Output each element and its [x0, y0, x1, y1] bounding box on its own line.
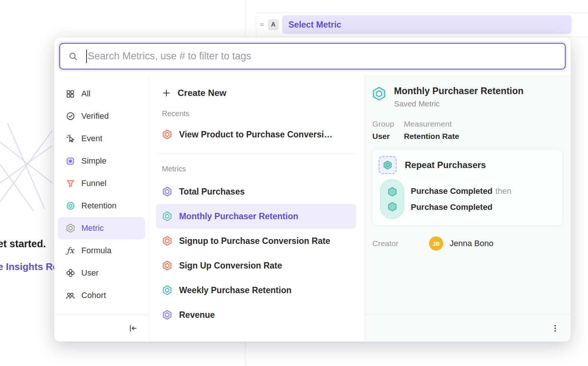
definition-hex-icon	[379, 156, 397, 174]
sidebar-item-label: Funnel	[81, 179, 106, 188]
collapse-sidebar-button[interactable]	[128, 323, 138, 333]
step-hex-icon	[387, 187, 397, 197]
search-area	[54, 37, 571, 75]
funnel-metric-hex-icon	[162, 236, 172, 246]
metric-list-item[interactable]: Signup to Purchase Conversion Rate	[156, 229, 356, 253]
sidebar-item-label: Simple	[81, 156, 106, 166]
creator-avatar: JB	[429, 236, 443, 251]
retention-metric-hex-icon	[162, 285, 172, 295]
metric-label: Sign Up Conversion Rate	[179, 261, 282, 271]
sidebar-item-cohort[interactable]: Cohort	[58, 284, 145, 307]
metric-label: Monthly Purchaser Retention	[179, 211, 298, 221]
metric-list-item[interactable]: Sign Up Conversion Rate	[156, 253, 356, 278]
metric-label: Weekly Purchase Retention	[179, 285, 291, 295]
drag-handle-icon[interactable]	[259, 22, 265, 28]
section-divider	[156, 153, 356, 153]
grid-icon	[65, 89, 75, 99]
retention-metric-icon	[65, 201, 75, 211]
funnel-metric-hex-icon	[162, 260, 172, 271]
definition-step-2: Purchase Completed	[411, 202, 512, 212]
metric-label: Revenue	[179, 310, 215, 320]
metric-label: Signup to Purchase Conversion Rate	[179, 236, 330, 246]
funnel-metric-icon	[65, 179, 75, 189]
sidebar-item-label: Retention	[81, 201, 116, 211]
creator-label: Creator	[372, 239, 429, 248]
metric-picker-modal: All Verified Event	[54, 37, 571, 342]
metric-list-item[interactable]: Revenue	[156, 303, 356, 327]
funnel-metric-hex-icon	[162, 129, 172, 140]
sidebar-item-user[interactable]: User	[58, 262, 145, 284]
definition-step-1: Purchase Completedthen	[411, 186, 512, 196]
retention-metric-hex-icon	[162, 211, 172, 221]
sidebar-item-simple[interactable]: Simple	[58, 150, 145, 172]
sidebar-item-label: Cohort	[81, 291, 106, 300]
verified-badge-icon	[65, 111, 75, 121]
filter-sidebar: All Verified Event	[54, 75, 149, 342]
preview-title: Monthly Purchaser Retention	[394, 86, 523, 96]
metric-list-item[interactable]: Total Purchases	[156, 179, 356, 204]
create-new-button[interactable]: Create New	[162, 84, 356, 102]
sidebar-item-label: Formula	[81, 246, 112, 255]
cohort-people-icon	[65, 291, 75, 301]
event-cursor-icon	[65, 134, 75, 144]
create-new-label: Create New	[178, 88, 226, 98]
background-chart-decoration	[0, 123, 56, 217]
metric-list-column: Create New Recents View Product to Purch…	[149, 75, 365, 342]
simple-metric-hex-icon	[162, 186, 172, 197]
preview-footer	[365, 314, 571, 342]
sidebar-item-label: Verified	[81, 111, 109, 121]
definition-title: Repeat Purchasers	[405, 160, 486, 170]
recent-metric-label: View Product to Purchase Conversi…	[179, 130, 332, 140]
search-input[interactable]	[88, 50, 557, 62]
sidebar-item-label: Metric	[81, 223, 104, 233]
metric-definition-card: Repeat Purchasers	[372, 149, 563, 226]
more-options-button[interactable]	[551, 324, 560, 333]
sidebar-item-verified[interactable]: Verified	[58, 105, 145, 127]
metric-list-item[interactable]: Weekly Purchase Retention	[156, 278, 356, 303]
sidebar-item-funnel[interactable]: Funnel	[58, 172, 145, 195]
sidebar-item-label: Event	[81, 134, 102, 143]
metric-list-item-selected[interactable]: Monthly Purchaser Retention	[156, 204, 356, 229]
retention-steps-pill	[380, 179, 404, 219]
step-hex-icon	[387, 202, 397, 212]
search-box[interactable]	[59, 43, 566, 69]
background-link-fragment[interactable]: e Insights Re	[0, 261, 58, 273]
sidebar-item-all[interactable]: All	[58, 83, 145, 105]
group-value: User	[372, 132, 394, 141]
group-label: Group	[372, 120, 394, 128]
plus-icon	[162, 89, 171, 97]
measurement-value: Retention Rate	[404, 132, 459, 141]
text-caret	[86, 50, 87, 63]
background-heading-fragment: et started.	[0, 238, 46, 250]
metric-label: Total Purchases	[179, 187, 245, 197]
sidebar-footer	[54, 314, 149, 342]
user-flower-icon	[65, 268, 75, 278]
formula-icon: ƒx	[65, 246, 75, 256]
kebab-menu-icon	[551, 324, 560, 333]
search-icon	[68, 52, 78, 61]
measurement-label: Measurement	[404, 120, 459, 128]
simple-metric-icon	[65, 156, 75, 166]
sidebar-item-label: All	[81, 89, 90, 99]
sidebar-item-retention[interactable]: Retention	[58, 195, 145, 217]
metric-hexagon-icon	[65, 223, 75, 233]
select-metric-button[interactable]: Select Metric	[282, 15, 572, 34]
recent-metric-item[interactable]: View Product to Purchase Conversi…	[156, 122, 356, 146]
creator-name: Jenna Bono	[450, 239, 493, 248]
sidebar-item-event[interactable]: Event	[58, 127, 145, 150]
collapse-icon	[128, 323, 138, 333]
sidebar-item-formula[interactable]: ƒx Formula	[58, 239, 145, 262]
simple-metric-hex-icon	[162, 310, 172, 320]
metric-preview-panel: Monthly Purchaser Retention Saved Metric…	[365, 75, 571, 342]
recents-heading: Recents	[162, 109, 356, 118]
select-metric-label: Select Metric	[288, 20, 341, 30]
metric-step-bar: A Select Metric	[256, 12, 588, 37]
step-label-badge[interactable]: A	[268, 19, 279, 30]
preview-metric-hex-icon	[372, 86, 387, 101]
sidebar-item-label: User	[81, 268, 98, 278]
sidebar-item-metric[interactable]: Metric	[58, 217, 145, 239]
preview-subtitle: Saved Metric	[394, 99, 523, 108]
metrics-heading: Metrics	[162, 165, 356, 173]
